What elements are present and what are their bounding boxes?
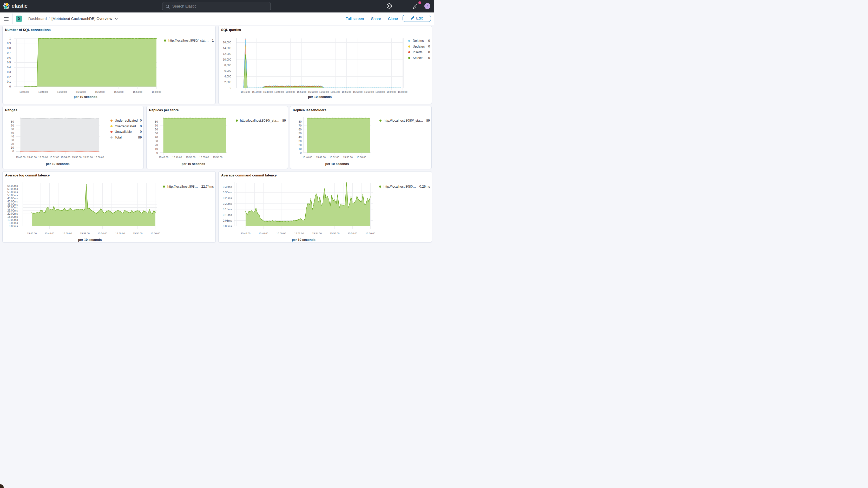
svg-text:16:00:00: 16:00:00 [94, 156, 104, 158]
svg-text:30: 30 [155, 140, 158, 143]
svg-text:0.4: 0.4 [7, 65, 11, 69]
svg-text:70: 70 [155, 124, 158, 127]
svg-text:15:52:00: 15:52:00 [80, 232, 89, 235]
svg-text:70: 70 [11, 124, 14, 127]
svg-text:0.8: 0.8 [7, 46, 11, 49]
svg-text:20: 20 [298, 144, 302, 147]
svg-text:15:56:00: 15:56:00 [114, 90, 123, 93]
svg-text:per 10 seconds: per 10 seconds [78, 238, 102, 242]
svg-text:15:48:00: 15:48:00 [38, 90, 48, 93]
svg-text:20.00ms: 20.00ms [7, 212, 18, 215]
svg-text:per 10 seconds: per 10 seconds [325, 162, 349, 166]
svg-text:0.00ms: 0.00ms [9, 224, 18, 227]
svg-text:15:49:00: 15:49:00 [274, 90, 284, 93]
svg-text:0.00ms: 0.00ms [223, 224, 232, 227]
svg-text:5.00ms: 5.00ms [9, 221, 18, 224]
svg-text:6,000: 6,000 [224, 69, 231, 72]
svg-text:30.00ms: 30.00ms [7, 206, 18, 209]
svg-text:80: 80 [298, 120, 302, 123]
svg-text:15:52:00: 15:52:00 [294, 232, 304, 235]
svg-text:80: 80 [11, 120, 14, 123]
svg-text:15:46:00: 15:46:00 [16, 156, 26, 158]
svg-text:0.05ms: 0.05ms [223, 219, 232, 222]
svg-text:15:54:00: 15:54:00 [61, 156, 70, 158]
svg-text:0: 0 [156, 151, 158, 154]
svg-text:15:50:00: 15:50:00 [57, 90, 67, 93]
svg-text:per 10 seconds: per 10 seconds [308, 95, 332, 99]
svg-text:60: 60 [11, 128, 14, 131]
svg-text:0.10ms: 0.10ms [223, 213, 232, 216]
svg-text:60.00ms: 60.00ms [7, 187, 18, 190]
svg-text:30: 30 [298, 140, 302, 143]
svg-text:0.30ms: 0.30ms [223, 191, 232, 194]
svg-text:15:46:00: 15:46:00 [303, 156, 312, 158]
svg-text:15:51:00: 15:51:00 [297, 90, 306, 93]
svg-text:15:49:00: 15:49:00 [316, 156, 326, 158]
svg-text:55.00ms: 55.00ms [7, 190, 18, 193]
svg-text:50: 50 [11, 131, 14, 134]
svg-text:15:48:00: 15:48:00 [27, 156, 37, 158]
svg-text:15:47:00: 15:47:00 [252, 90, 261, 93]
svg-text:15:58:00: 15:58:00 [213, 156, 222, 158]
svg-text:15:46:00: 15:46:00 [19, 90, 29, 93]
svg-text:20: 20 [155, 144, 158, 147]
svg-text:14,000: 14,000 [223, 47, 231, 50]
svg-text:15:57:00: 15:57:00 [364, 90, 374, 93]
svg-text:15:53:00: 15:53:00 [319, 90, 329, 93]
svg-text:80: 80 [155, 120, 158, 123]
svg-text:15:55:00: 15:55:00 [343, 156, 353, 158]
svg-text:10,000: 10,000 [223, 58, 231, 61]
svg-text:15:50:00: 15:50:00 [286, 90, 295, 93]
svg-text:15:58:00: 15:58:00 [132, 90, 142, 93]
svg-text:15:52:00: 15:52:00 [186, 156, 195, 158]
svg-text:0.2: 0.2 [7, 75, 11, 78]
svg-text:25.00ms: 25.00ms [7, 209, 18, 212]
svg-text:10: 10 [155, 147, 158, 150]
svg-text:15:56:00: 15:56:00 [353, 90, 363, 93]
svg-text:15:54:00: 15:54:00 [95, 90, 104, 93]
svg-text:0.9: 0.9 [7, 41, 11, 45]
svg-text:0.7: 0.7 [7, 51, 11, 54]
svg-text:4,000: 4,000 [224, 75, 231, 78]
svg-text:15:59:00: 15:59:00 [387, 90, 396, 93]
svg-text:8,000: 8,000 [224, 63, 231, 66]
svg-text:15:50:00: 15:50:00 [277, 232, 286, 235]
svg-text:15:56:00: 15:56:00 [330, 232, 339, 235]
svg-text:0.20ms: 0.20ms [223, 202, 232, 205]
svg-text:0.15ms: 0.15ms [223, 208, 232, 211]
svg-text:2,000: 2,000 [224, 80, 231, 84]
svg-text:15:48:00: 15:48:00 [263, 90, 273, 93]
svg-text:0: 0 [230, 86, 231, 89]
svg-text:60: 60 [298, 128, 302, 131]
svg-text:0.35ms: 0.35ms [223, 185, 232, 188]
svg-text:per 10 seconds: per 10 seconds [46, 162, 69, 166]
svg-text:0.5: 0.5 [7, 61, 11, 64]
svg-text:15:54:00: 15:54:00 [331, 90, 340, 93]
svg-text:15.00ms: 15.00ms [7, 215, 18, 218]
svg-text:15:58:00: 15:58:00 [133, 232, 143, 235]
svg-text:15:52:00: 15:52:00 [308, 90, 317, 93]
svg-text:40: 40 [155, 135, 158, 139]
svg-text:15:50:00: 15:50:00 [62, 232, 72, 235]
svg-text:0: 0 [9, 85, 11, 88]
svg-text:10: 10 [298, 147, 302, 150]
svg-text:45.00ms: 45.00ms [7, 197, 18, 200]
svg-text:15:58:00: 15:58:00 [356, 156, 366, 158]
svg-text:16:00:00: 16:00:00 [151, 232, 160, 235]
svg-text:65.00ms: 65.00ms [7, 184, 18, 187]
svg-text:10: 10 [11, 146, 14, 149]
svg-text:15:54:00: 15:54:00 [97, 232, 107, 235]
svg-text:15:48:00: 15:48:00 [44, 232, 54, 235]
svg-text:15:54:00: 15:54:00 [312, 232, 322, 235]
svg-text:per 10 seconds: per 10 seconds [181, 162, 205, 166]
svg-text:0: 0 [300, 151, 302, 154]
svg-text:60: 60 [155, 128, 158, 131]
svg-text:15:50:00: 15:50:00 [38, 156, 48, 158]
svg-text:50.00ms: 50.00ms [7, 193, 18, 197]
svg-text:15:46:00: 15:46:00 [27, 232, 37, 235]
svg-text:20: 20 [11, 143, 14, 146]
svg-text:15:55:00: 15:55:00 [342, 90, 351, 93]
svg-text:per 10 seconds: per 10 seconds [73, 95, 97, 99]
svg-text:15:58:00: 15:58:00 [83, 156, 93, 158]
svg-text:15:56:00: 15:56:00 [115, 232, 125, 235]
